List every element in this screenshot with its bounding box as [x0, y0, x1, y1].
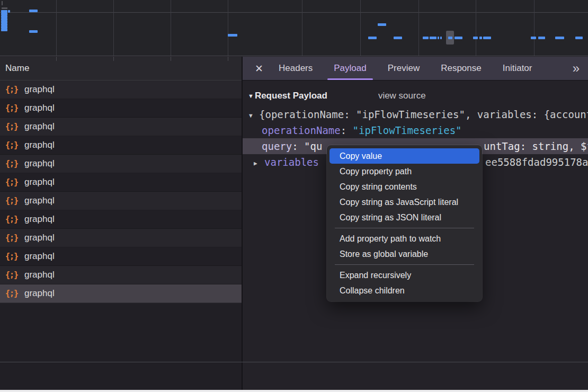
context-menu-item[interactable]: Collapse children [329, 283, 479, 298]
network-overview-timeline[interactable] [0, 0, 588, 56]
network-request-row[interactable]: {;}graphql [0, 229, 242, 247]
summary-bar-divider [0, 362, 588, 362]
property-key: variables [264, 156, 319, 168]
property-value: "ipFlowTimeseries" [353, 124, 462, 136]
context-menu-item[interactable]: Expand recursively [329, 268, 479, 283]
context-menu-item[interactable]: Store as global variable [329, 246, 479, 262]
waterfall-bar[interactable] [29, 30, 38, 33]
timeline-gridline [302, 0, 302, 56]
context-menu-item[interactable]: Copy string as JavaScript literal [329, 194, 479, 210]
waterfall-bar[interactable] [448, 37, 452, 39]
json-fetch-icon: {;} [5, 270, 19, 280]
json-fetch-icon: {;} [5, 215, 19, 224]
column-separator [171, 57, 171, 61]
network-request-row[interactable]: {;}graphql [0, 155, 242, 173]
devtools-network-panel: Name {;}graphql{;}graphql{;}graphql{;}gr… [0, 0, 588, 392]
network-request-row[interactable]: {;}graphql [0, 136, 242, 155]
tab-payload[interactable]: Payload [323, 57, 377, 80]
json-fetch-icon: {;} [5, 233, 19, 243]
json-fetch-icon: {;} [5, 159, 19, 168]
context-menu-item[interactable]: Copy string contents [329, 179, 479, 194]
waterfall-bar[interactable] [438, 37, 439, 39]
request-name-label: graphql [24, 251, 55, 262]
menu-separator [335, 264, 474, 265]
waterfall-bar[interactable] [473, 37, 478, 39]
tree-row-operation-name[interactable]: operationName: "ipFlowTimeseries" [243, 122, 588, 138]
waterfall-bar[interactable] [538, 37, 545, 39]
waterfall-bar[interactable] [228, 34, 237, 37]
json-fetch-icon: {;} [5, 177, 19, 187]
request-list-panel: Name {;}graphql{;}graphql{;}graphql{;}gr… [0, 57, 242, 392]
waterfall-bar[interactable] [575, 37, 583, 39]
property-value-start: "qu [304, 140, 322, 152]
network-request-row[interactable]: {;}graphql [0, 210, 242, 229]
menu-separator [335, 228, 474, 228]
json-fetch-icon: {;} [5, 289, 19, 298]
waterfall-bar[interactable] [479, 37, 482, 39]
timeline-mark [2, 1, 3, 5]
network-request-row[interactable]: {;}graphql [0, 192, 242, 210]
waterfall-bar[interactable] [423, 37, 429, 39]
network-request-row[interactable]: {;}graphql [0, 266, 242, 284]
waterfall-bar[interactable] [555, 37, 564, 39]
tab-response[interactable]: Response [430, 57, 492, 80]
request-name-label: graphql [24, 140, 55, 150]
waterfall-bar[interactable] [368, 37, 377, 39]
tree-row-root[interactable]: ▼ {operationName: "ipFlowTimeseries", va… [243, 106, 588, 122]
close-icon[interactable]: ✕ [250, 57, 268, 80]
network-request-row[interactable]: {;}graphql [0, 173, 242, 192]
section-title: Request Payload [255, 91, 327, 101]
property-key: operationName [262, 124, 341, 136]
request-name-label: graphql [24, 288, 55, 299]
context-menu-item[interactable]: Copy property path [329, 164, 479, 179]
name-column-header[interactable]: Name [0, 57, 242, 81]
overview-lane-divider [0, 12, 588, 13]
network-request-row[interactable]: {;}graphql [0, 118, 242, 136]
timeline-gridline [228, 0, 228, 56]
waterfall-bar[interactable] [8, 10, 10, 13]
expand-triangle-icon[interactable]: ▶ [254, 160, 257, 167]
waterfall-bar[interactable] [440, 37, 442, 39]
root-object-preview: {operationName: "ipFlowTimeseries", vari… [259, 106, 588, 122]
network-request-row[interactable]: {;}graphql [0, 81, 242, 99]
network-content: Name {;}graphql{;}graphql{;}graphql{;}gr… [0, 57, 588, 392]
expand-triangle-icon[interactable]: ▼ [249, 112, 253, 119]
request-name-label: graphql [24, 103, 55, 113]
request-payload-section-header[interactable]: ▼ Request Payload view source [248, 88, 588, 104]
request-name-label: graphql [24, 214, 55, 225]
request-name-label: graphql [24, 195, 55, 206]
waterfall-bar[interactable] [531, 37, 536, 39]
waterfall-bar[interactable] [483, 37, 491, 39]
context-menu-item[interactable]: Copy value [329, 148, 479, 164]
json-fetch-icon: {;} [5, 122, 19, 131]
request-name-label: graphql [24, 121, 55, 132]
detail-tabbar: ✕ HeadersPayloadPreviewResponseInitiator… [243, 57, 588, 81]
waterfall-bar[interactable] [455, 37, 462, 39]
waterfall-bar[interactable] [29, 10, 38, 12]
context-menu-item[interactable]: Add property path to watch [329, 231, 479, 246]
timeline-gridline [418, 0, 419, 56]
request-name-label: graphql [24, 177, 55, 188]
timeline-gridline [171, 0, 171, 56]
request-name-label: graphql [24, 270, 55, 280]
more-tabs-icon[interactable]: » [573, 57, 580, 80]
waterfall-bar[interactable] [430, 37, 436, 39]
tab-preview[interactable]: Preview [377, 57, 430, 80]
timeline-gridline [476, 0, 476, 56]
tab-initiator[interactable]: Initiator [492, 57, 543, 80]
context-menu-item[interactable]: Copy string as JSON literal [329, 210, 479, 225]
request-name-label: graphql [24, 158, 55, 169]
collapse-triangle-icon[interactable]: ▼ [248, 93, 254, 99]
waterfall-bar[interactable] [394, 37, 402, 39]
column-separator [228, 57, 228, 61]
name-column-label: Name [5, 63, 29, 74]
column-separator [113, 57, 114, 61]
view-source-link[interactable]: view source [378, 91, 426, 101]
request-rows: {;}graphql{;}graphql{;}graphql{;}graphql… [0, 81, 242, 303]
waterfall-bar[interactable] [378, 23, 386, 26]
network-request-row[interactable]: {;}graphql [0, 99, 242, 118]
tab-headers[interactable]: Headers [268, 57, 323, 80]
network-request-row[interactable]: {;}graphql [0, 284, 242, 303]
waterfall-bar[interactable] [1, 29, 7, 31]
network-request-row[interactable]: {;}graphql [0, 247, 242, 266]
